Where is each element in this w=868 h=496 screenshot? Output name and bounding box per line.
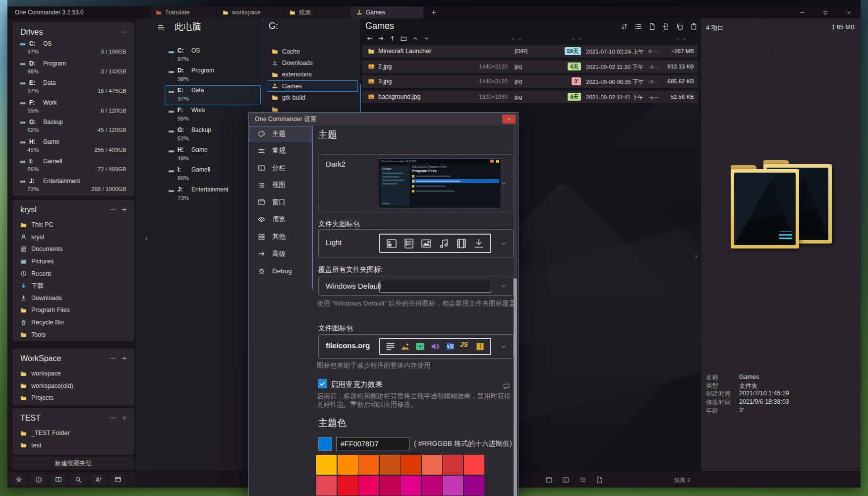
palette-swatch[interactable]	[422, 476, 442, 496]
nav-icon[interactable]	[378, 35, 384, 42]
drives-menu-icon[interactable]	[121, 29, 127, 35]
palette-swatch[interactable]	[401, 476, 421, 496]
drive-row[interactable]: I: GameⅡ 86%	[165, 165, 261, 185]
drive-row[interactable]: F: Work 95% 6 / 120GB	[12, 98, 134, 118]
settings-nav-item[interactable]: 预览	[249, 212, 312, 227]
theme-switcher-label[interactable]: 炫黑 2	[674, 477, 691, 484]
current-color-swatch[interactable]	[318, 437, 332, 451]
palette-swatch[interactable]	[316, 455, 337, 475]
favorite-item[interactable]: test	[12, 439, 134, 452]
group-add-icon[interactable]	[121, 206, 127, 213]
toolbar-button[interactable]	[69, 473, 87, 486]
folder-row[interactable]: gtk-build	[263, 92, 360, 103]
palette-swatch[interactable]	[443, 476, 463, 496]
override-selector[interactable]: Windows Default	[318, 277, 514, 296]
drive-row[interactable]: I: GameⅡ 86% 72 / 499GB	[12, 156, 134, 176]
collapse-right-chevron[interactable]: ›	[695, 252, 697, 259]
toolbar-button[interactable]	[30, 473, 48, 486]
settings-nav-item[interactable]: 分栏	[249, 160, 312, 176]
drive-row[interactable]: C: OS 97% 3 / 106GB	[12, 39, 134, 59]
settings-nav-item[interactable]: 视图	[249, 178, 312, 193]
settings-nav-item[interactable]: 窗口	[249, 194, 312, 210]
settings-nav-item[interactable]: 高级	[249, 246, 312, 261]
toolbar-button[interactable]	[109, 473, 127, 486]
favorite-item[interactable]: workspace	[12, 368, 134, 380]
palette-swatch[interactable]	[464, 476, 484, 496]
drive-row[interactable]: D: Program 98% 3 / 142GB	[12, 59, 134, 78]
favorite-item[interactable]: Documents	[12, 243, 134, 255]
comment-icon[interactable]	[503, 382, 510, 390]
pane-toolbar-icon[interactable]	[676, 23, 684, 30]
tab-games[interactable]: Games	[350, 6, 424, 18]
folder-row[interactable]: Games	[267, 80, 358, 92]
drive-row[interactable]: J: Entertainment 73% 268 / 1000GB	[12, 176, 134, 196]
folder-pack-selector[interactable]: Light	[318, 229, 514, 257]
favorite-item[interactable]: Pictures	[12, 255, 134, 268]
favorite-item[interactable]: Recycle Bin	[12, 316, 134, 329]
group-menu-icon[interactable]	[110, 206, 116, 213]
drive-row[interactable]: H: Game 49% 255 / 499GB	[12, 137, 134, 157]
color-hex-input[interactable]	[336, 437, 409, 450]
settings-nav-item[interactable]: Debug	[249, 263, 312, 279]
close-button[interactable]	[838, 6, 860, 18]
folder-row[interactable]: extensions	[263, 69, 360, 80]
drive-row[interactable]: F: Work 95%	[165, 105, 261, 125]
group-menu-icon[interactable]	[110, 355, 116, 362]
group-menu-icon[interactable]	[110, 415, 116, 421]
palette-swatch[interactable]	[358, 455, 379, 475]
drive-row[interactable]: E: Data 97%	[165, 85, 261, 105]
favorite-item[interactable]: Program Files	[12, 304, 134, 316]
palette-swatch[interactable]	[338, 476, 358, 496]
drive-row[interactable]: G: Backup 62%	[165, 125, 261, 145]
file-row[interactable]: 2.jpg 1440×3120 jpg 4天 2021-09-02 11:20 …	[362, 61, 698, 73]
chevron-down-icon[interactable]	[501, 181, 507, 186]
folder-row[interactable]: Cache	[263, 46, 360, 57]
collapse-left-chevron[interactable]: ‹	[145, 234, 148, 242]
view-toggle-icon[interactable]	[562, 476, 570, 484]
favorite-item[interactable]: _TEST Folder	[12, 427, 134, 439]
toolbar-button[interactable]	[50, 473, 67, 486]
theme-selector[interactable]: Dark2 One Commander v3 β.355 Drives milo…	[318, 154, 514, 212]
view-toggle-icon[interactable]	[545, 476, 553, 484]
palette-swatch[interactable]	[443, 455, 463, 475]
file-row[interactable]: background.jpg 1920×1080 jpg 4天 2021-09-…	[362, 91, 698, 103]
dialog-scrollbar[interactable]	[514, 125, 517, 496]
favorite-item[interactable]: workspace(old)	[12, 380, 134, 392]
file-row[interactable]: Minecraft Launcher [DIR] 59天 2021-07-10 …	[362, 45, 698, 58]
tab-workspace[interactable]: workspace	[217, 6, 284, 18]
new-tab-button[interactable]	[428, 7, 439, 17]
maximize-button[interactable]	[814, 6, 836, 18]
pane-toolbar-icon[interactable]	[690, 23, 697, 30]
sort-toggle-size[interactable]	[675, 37, 687, 42]
view-toggle-icon[interactable]	[596, 476, 603, 484]
pane-toolbar-icon[interactable]	[621, 23, 628, 30]
drive-row[interactable]: J: Entertainment 73%	[165, 185, 261, 204]
tab-translate[interactable]: Translate	[150, 6, 217, 18]
favorite-item[interactable]: krysl	[12, 231, 134, 244]
file-pack-selector[interactable]: fileicons.org JS	[318, 334, 514, 359]
dialog-close-button[interactable]	[502, 115, 516, 124]
chevron-down-icon[interactable]	[501, 241, 507, 247]
settings-nav-item[interactable]: 常规	[249, 143, 312, 159]
sort-toggle-age[interactable]	[571, 37, 583, 42]
hamburger-menu-icon[interactable]	[157, 23, 165, 31]
nav-icon[interactable]	[423, 35, 430, 42]
drive-row[interactable]: C: OS 97%	[165, 46, 261, 65]
favorite-item[interactable]: 下载	[12, 280, 134, 292]
file-row[interactable]: 3.jpg 1440×3120 jpg 3' 2021-09-06 06:35 …	[362, 75, 698, 88]
nav-icon[interactable]	[366, 35, 373, 42]
pane-toolbar-icon[interactable]	[635, 23, 642, 30]
favorite-item[interactable]: Projects	[12, 392, 134, 404]
pane-toolbar-icon[interactable]	[662, 23, 670, 30]
acrylic-checkbox[interactable]	[318, 379, 327, 388]
group-add-icon[interactable]	[121, 415, 127, 421]
drive-row[interactable]: D: Program 98%	[165, 65, 261, 85]
nav-icon[interactable]	[389, 35, 396, 42]
settings-nav-item[interactable]: 其他	[249, 229, 312, 245]
palette-swatch[interactable]	[380, 455, 400, 475]
palette-swatch[interactable]	[316, 476, 337, 496]
folder-preview[interactable]	[731, 158, 837, 260]
folder-row[interactable]: Downloads	[263, 57, 360, 68]
palette-swatch[interactable]	[464, 455, 484, 475]
favorite-item[interactable]: Downloads	[12, 292, 134, 305]
